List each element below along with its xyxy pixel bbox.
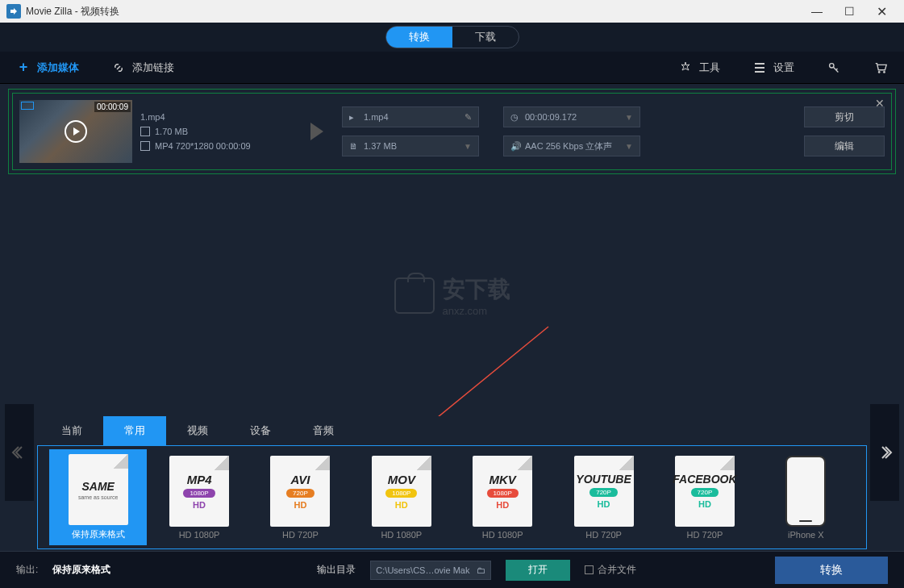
format-section: 当前 常用 视频 设备 音频 SAME same as source 保持原来格… — [0, 416, 904, 549]
main-toolbar: + 添加媒体 添加链接 工具 设置 — [0, 52, 904, 84]
key-button[interactable] — [827, 60, 841, 75]
format-label: HD 720P — [585, 530, 622, 540]
svg-point-2 — [883, 71, 885, 73]
format-tab-audio[interactable]: 音频 — [292, 416, 355, 445]
format-label: HD 720P — [687, 530, 723, 540]
watermark: 安下载 anxz.com — [394, 274, 510, 317]
format-tab-device[interactable]: 设备 — [229, 416, 292, 445]
format-card-iphone-x[interactable]: iPhone X — [757, 451, 855, 544]
settings-button[interactable]: 设置 — [752, 60, 794, 75]
cart-button[interactable] — [873, 60, 888, 75]
minimize-button[interactable]: — — [801, 2, 833, 21]
scroll-left-button[interactable] — [5, 404, 34, 501]
file-item[interactable]: ✕ 00:00:09 1.mp4 1.70 MB MP4 720*1280 00… — [12, 93, 892, 170]
titlebar: Movie Zilla - 视频转换 — ☐ ✕ — [0, 0, 904, 23]
edit-button[interactable]: 编辑 — [804, 136, 885, 156]
cart-icon — [873, 60, 888, 75]
remove-file-button[interactable]: ✕ — [875, 97, 885, 110]
file-format-icon: YOUTUBE 720P HD — [574, 456, 634, 527]
hamburger-icon — [752, 60, 767, 75]
format-label: HD 1080P — [179, 530, 220, 540]
bag-icon — [394, 277, 435, 314]
phone-icon — [785, 456, 826, 527]
document-icon: 🗎 — [349, 141, 359, 151]
file-format-icon: AVI 720P HD — [270, 456, 330, 527]
tab-convert[interactable]: 转换 — [386, 27, 452, 48]
format-label: HD 1080P — [482, 530, 523, 540]
file-format-icon: SAME same as source — [69, 454, 128, 525]
duration-dropdown[interactable]: ◷ 00:00:09.172 ▼ — [503, 106, 640, 127]
play-icon — [65, 120, 87, 143]
file-size: 1.70 MB — [155, 127, 188, 136]
video-file-icon: ▸ — [349, 112, 359, 123]
link-icon — [111, 60, 126, 75]
bottom-bar: 输出: 保持原来格式 输出目录 C:\Users\CS…ovie Mak 🗀 打… — [0, 551, 904, 588]
chevron-down-icon: ▼ — [625, 142, 633, 151]
output-label: 输出: — [16, 563, 38, 577]
format-card-facebook[interactable]: FACEBOOK 720P HD HD 720P — [656, 451, 753, 544]
format-tab-popular[interactable]: 常用 — [103, 416, 166, 445]
checkbox-icon — [585, 565, 594, 574]
speaker-icon: 🔊 — [510, 141, 520, 152]
output-size-dropdown[interactable]: 🗎 1.37 MB ▼ — [342, 136, 479, 156]
merge-checkbox[interactable]: 合并文件 — [585, 563, 636, 577]
format-card-same[interactable]: SAME same as source 保持原来格式 — [49, 449, 147, 545]
format-list: SAME same as source 保持原来格式 MP4 1080P HD … — [37, 445, 867, 549]
format-label: iPhone X — [788, 530, 824, 540]
file-info: 1.mp4 1.70 MB MP4 720*1280 00:00:09 — [140, 112, 285, 151]
file-list: ✕ 00:00:09 1.mp4 1.70 MB MP4 720*1280 00… — [8, 89, 896, 174]
pencil-icon[interactable]: ✎ — [464, 112, 472, 123]
output-format-value: 保持原来格式 — [52, 563, 110, 577]
file-format-icon: MP4 1080P HD — [169, 456, 229, 527]
plus-icon: + — [16, 60, 31, 75]
document-icon — [140, 127, 150, 136]
window-title: Movie Zilla - 视频转换 — [26, 5, 119, 19]
folder-icon[interactable]: 🗀 — [477, 565, 485, 575]
conversion-arrow-icon — [294, 119, 334, 144]
thumb-duration: 00:00:09 — [94, 102, 131, 112]
key-icon — [827, 60, 841, 75]
close-button[interactable]: ✕ — [865, 2, 898, 21]
format-card-avi[interactable]: AVI 720P HD HD 720P — [252, 451, 349, 544]
format-tab-video[interactable]: 视频 — [166, 416, 229, 445]
tools-button[interactable]: 工具 — [678, 60, 720, 75]
chevron-down-icon: ▼ — [464, 142, 472, 151]
video-icon — [140, 141, 150, 151]
format-card-youtube[interactable]: YOUTUBE 720P HD HD 720P — [555, 451, 652, 544]
trim-button[interactable]: 剪切 — [804, 106, 885, 127]
scroll-right-button[interactable] — [870, 404, 899, 501]
chevron-down-icon: ▼ — [625, 113, 633, 122]
format-card-mp4[interactable]: MP4 1080P HD HD 1080P — [150, 451, 248, 544]
tab-download[interactable]: 下载 — [452, 27, 519, 48]
open-button[interactable]: 打开 — [506, 560, 570, 581]
convert-button[interactable]: 转换 — [775, 557, 888, 584]
svg-point-1 — [878, 71, 881, 73]
magic-wand-icon — [678, 60, 693, 75]
format-tabs: 当前 常用 视频 设备 音频 — [0, 416, 904, 445]
file-name: 1.mp4 — [140, 112, 165, 122]
maximize-button[interactable]: ☐ — [833, 2, 865, 21]
output-path-field[interactable]: C:\Users\CS…ovie Mak 🗀 — [370, 561, 491, 580]
add-link-button[interactable]: 添加链接 — [111, 60, 174, 75]
format-card-mkv[interactable]: MKV 1080P HD HD 1080P — [454, 451, 552, 544]
add-media-button[interactable]: + 添加媒体 — [16, 60, 79, 75]
format-label: HD 720P — [282, 530, 319, 540]
file-format-icon: FACEBOOK 720P HD — [675, 456, 735, 527]
mode-bar: 转换 下载 — [0, 23, 904, 52]
audio-dropdown[interactable]: 🔊 AAC 256 Kbps 立体声 ▼ — [503, 136, 640, 156]
app-icon — [6, 4, 21, 19]
file-details: MP4 720*1280 00:00:09 — [155, 141, 251, 151]
video-thumbnail[interactable]: 00:00:09 — [19, 100, 132, 163]
clock-icon: ◷ — [510, 112, 520, 123]
output-name-dropdown[interactable]: ▸ 1.mp4 ✎ — [342, 106, 479, 127]
format-label: 保持原来格式 — [72, 528, 125, 540]
output-dir-label: 输出目录 — [317, 563, 356, 577]
format-card-mov[interactable]: MOV 1080P HD HD 1080P — [352, 451, 450, 544]
format-tab-current[interactable]: 当前 — [40, 416, 103, 445]
file-format-icon: MOV 1080P HD — [372, 456, 431, 527]
film-icon — [21, 102, 34, 110]
file-format-icon: MKV 1080P HD — [473, 456, 532, 527]
format-label: HD 1080P — [381, 530, 422, 540]
